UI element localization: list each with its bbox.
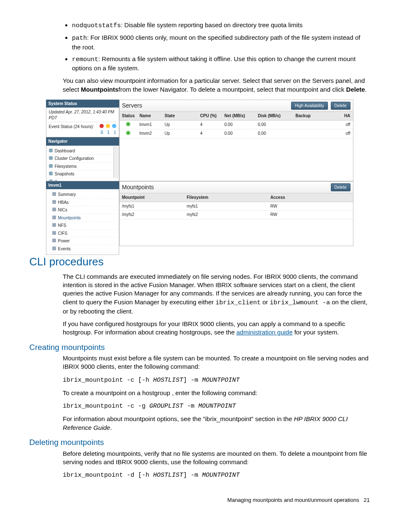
create-cmd2: ibrix_mountpoint -c -g GROUPLIST -m MOUN… [63, 401, 370, 411]
status-ok-icon [126, 122, 130, 126]
page-number: 21 [364, 497, 370, 503]
subnav-events[interactable]: Events [47, 245, 118, 253]
page-footer: Managing mountpoints and mount/unmount o… [29, 496, 370, 504]
nav-servers[interactable]: Servers [47, 178, 118, 181]
subnav-power[interactable]: Power [47, 237, 118, 245]
navigator-list: Dashboard Cluster Configuration Filesyst… [46, 146, 119, 181]
status-updated: Updated Apr. 27, 2012, 1:43:40 PM PDT [49, 109, 116, 122]
heading-creating-mountpoints: Creating mountpoints [29, 342, 370, 353]
cli-paragraph-2: If you have configured hostgroups for yo… [63, 320, 370, 337]
cli-paragraph-1: The CLI commands are executed immediatel… [63, 272, 370, 316]
subnav-nics[interactable]: NICs [47, 206, 118, 214]
error-icon [100, 124, 104, 128]
create-cmd1: ibrix_mountpoint -c [-h HOSTLIST] -m MOU… [63, 375, 370, 385]
mountpoints-columns: Mountpoint Filesystem Access [120, 193, 353, 202]
subnav-nfs[interactable]: NFS [47, 222, 118, 230]
nav-snapshots[interactable]: Snapshots [47, 170, 118, 178]
mountpoints-panel-title: Mountpoints Delete [120, 182, 353, 194]
server-row[interactable]: lmvm2 Up 4 0.00 0.00 off [120, 129, 353, 139]
mountpoint-row[interactable]: /myfs1 myfs1 RW [120, 202, 353, 211]
code: path [72, 35, 87, 42]
servers-body: lmvm1 Up 4 0.00 0.00 off lmvm2 Up 4 0.00… [120, 121, 353, 181]
create-p2: To create a mountpoint on a hostgroup , … [63, 389, 370, 397]
status-ok-icon [126, 131, 130, 135]
create-p1: Mountpoints must exist before a file sys… [63, 354, 370, 371]
heading-cli-procedures: CLI procedures [29, 254, 370, 269]
intro-paragraph: You can also view mountpoint information… [63, 77, 370, 94]
event-status-row: Event Status (24 hours): [49, 124, 116, 130]
delete-button[interactable]: Delete [331, 102, 350, 110]
gui-screenshot: System Status Updated Apr. 27, 2012, 1:4… [46, 100, 353, 246]
nav-dashboard[interactable]: Dashboard [47, 147, 118, 155]
nav-filesystems[interactable]: Filesystems [47, 163, 118, 171]
delete-button[interactable]: Delete [331, 183, 350, 192]
delete-p1: Before deleting mountpoints, verify that… [63, 450, 370, 467]
heading-deleting-mountpoints: Deleting mountpoints [29, 437, 370, 448]
warn-icon [106, 124, 110, 128]
sub-navigator: Summary HBAs NICs Mountpoints NFS CIFS P… [46, 189, 119, 255]
server-selected-header: lmvm1 [46, 181, 119, 190]
servers-columns: Status Name State CPU (%) Net (MB/s) Dis… [120, 112, 353, 121]
scrollbar[interactable] [113, 146, 118, 178]
bullet-list: nodquotstatfs: Disable file system repor… [63, 21, 370, 72]
bullet-item: path: For IBRIX 9000 clients only, mount… [72, 33, 370, 51]
administration-guide-link[interactable]: administration guide [236, 329, 292, 336]
subnav-cifs[interactable]: CIFS [47, 230, 118, 238]
bullet-section: nodquotstatfs: Disable file system repor… [63, 21, 370, 94]
delete-cmd: ibrix_mountpoint -d [-h HOSTLIST] -m MOU… [63, 470, 370, 480]
server-row[interactable]: lmvm1 Up 4 0.00 0.00 off [120, 121, 353, 130]
nav-cluster-config[interactable]: Cluster Configuration [47, 155, 118, 163]
code: nodquotstatfs [72, 22, 121, 29]
info-icon [112, 124, 116, 128]
bullet-item: nodquotstatfs: Disable file system repor… [72, 21, 370, 30]
navigator-header: Navigator [46, 137, 119, 146]
system-status-header: System Status [46, 100, 119, 108]
code: remount [72, 56, 98, 63]
subnav-hbas[interactable]: HBAs [47, 199, 118, 207]
bullet-item: remount: Remounts a file system without … [72, 55, 370, 73]
mountpoint-row[interactable]: /myfs2 myfs2 RW [120, 211, 353, 219]
high-availability-button[interactable]: High Availability [291, 102, 328, 110]
servers-panel-title: Servers High Availability Delete [120, 100, 353, 112]
subnav-summary[interactable]: Summary [47, 191, 118, 199]
create-p3: For information about mountpoint options… [63, 415, 370, 432]
subnav-mountpoints[interactable]: Mountpoints [47, 214, 118, 222]
